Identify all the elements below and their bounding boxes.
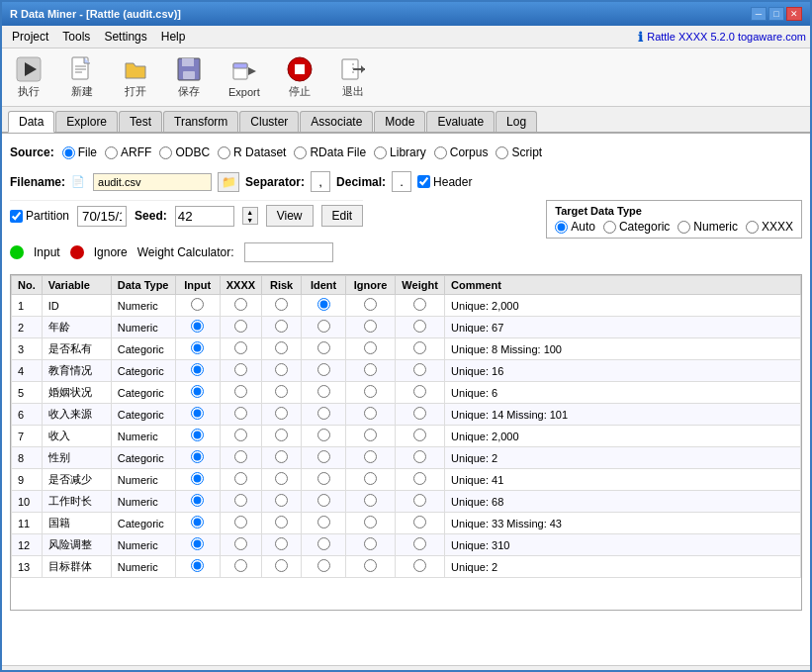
filename-input[interactable] xyxy=(93,173,212,191)
export-button[interactable]: Export xyxy=(222,54,267,101)
cell-input[interactable] xyxy=(175,491,220,513)
cell-weight[interactable] xyxy=(396,491,445,513)
radio-ignore-1[interactable] xyxy=(364,298,377,311)
header-checkbox[interactable] xyxy=(417,175,430,188)
cell-ident[interactable] xyxy=(302,404,346,426)
radio-ident-11[interactable] xyxy=(317,516,330,528)
source-library-radio[interactable] xyxy=(374,146,387,159)
radio-ident-1[interactable] xyxy=(317,298,330,311)
radio-input-1[interactable] xyxy=(191,298,204,311)
seed-up-button[interactable]: ▲ xyxy=(243,208,257,216)
cell-ident[interactable] xyxy=(302,360,346,382)
target-xxxx-radio[interactable] xyxy=(746,221,759,234)
cell-input[interactable] xyxy=(175,382,220,404)
cell-ident[interactable] xyxy=(302,382,346,404)
tab-transform[interactable]: Transform xyxy=(163,111,238,132)
source-library-option[interactable]: Library xyxy=(374,145,426,159)
radio-ignore-8[interactable] xyxy=(364,450,377,463)
radio-input-8[interactable] xyxy=(191,450,204,463)
menu-settings[interactable]: Settings xyxy=(98,28,152,46)
radio-xxxx-10[interactable] xyxy=(234,494,247,507)
source-arff-radio[interactable] xyxy=(105,146,118,159)
radio-ident-7[interactable] xyxy=(317,429,330,441)
radio-ident-8[interactable] xyxy=(317,450,330,463)
cell-input[interactable] xyxy=(175,469,220,491)
cell-ignore[interactable] xyxy=(346,360,396,382)
header-checkbox-label[interactable]: Header xyxy=(417,175,472,189)
source-file-option[interactable]: File xyxy=(62,145,97,159)
cell-ignore[interactable] xyxy=(346,317,396,338)
tab-test[interactable]: Test xyxy=(119,111,162,132)
cell-ident[interactable] xyxy=(302,338,346,360)
radio-risk-8[interactable] xyxy=(275,450,288,463)
edit-button[interactable]: Edit xyxy=(321,205,364,227)
cell-xxxx[interactable] xyxy=(220,534,261,556)
cell-ident[interactable] xyxy=(302,317,346,338)
cell-risk[interactable] xyxy=(262,317,302,338)
source-corpus-radio[interactable] xyxy=(434,146,447,159)
tab-data[interactable]: Data xyxy=(8,111,54,133)
radio-ident-9[interactable] xyxy=(317,472,330,485)
radio-risk-13[interactable] xyxy=(275,559,288,572)
radio-xxxx-13[interactable] xyxy=(234,559,247,572)
radio-risk-4[interactable] xyxy=(275,363,288,376)
decimal-input[interactable] xyxy=(392,171,411,192)
cell-risk[interactable] xyxy=(262,534,302,556)
execute-button[interactable]: 执行 xyxy=(8,52,49,102)
radio-xxxx-2[interactable] xyxy=(234,320,247,333)
open-button[interactable]: 打开 xyxy=(115,52,156,102)
radio-ignore-5[interactable] xyxy=(364,385,377,398)
cell-xxxx[interactable] xyxy=(220,360,261,382)
cell-weight[interactable] xyxy=(396,404,445,426)
cell-ignore[interactable] xyxy=(346,447,396,469)
radio-weight-12[interactable] xyxy=(413,537,426,550)
cell-ident[interactable] xyxy=(302,534,346,556)
radio-xxxx-3[interactable] xyxy=(234,341,247,354)
cell-input[interactable] xyxy=(175,426,220,447)
cell-ignore[interactable] xyxy=(346,469,396,491)
target-categoric-radio[interactable] xyxy=(603,221,616,234)
cell-input[interactable] xyxy=(175,360,220,382)
data-table-container[interactable]: No. Variable Data Type Input XXXX Risk I… xyxy=(10,274,802,611)
cell-risk[interactable] xyxy=(262,556,302,578)
cell-ignore[interactable] xyxy=(346,556,396,578)
cell-input[interactable] xyxy=(175,534,220,556)
source-file-radio[interactable] xyxy=(62,146,75,159)
source-rdatafile-option[interactable]: RData File xyxy=(294,145,366,159)
cell-weight[interactable] xyxy=(396,426,445,447)
radio-input-13[interactable] xyxy=(191,559,204,572)
cell-risk[interactable] xyxy=(262,447,302,469)
tab-log[interactable]: Log xyxy=(496,111,537,132)
cell-risk[interactable] xyxy=(262,338,302,360)
cell-input[interactable] xyxy=(175,317,220,338)
radio-xxxx-9[interactable] xyxy=(234,472,247,485)
radio-ident-6[interactable] xyxy=(317,407,330,420)
radio-xxxx-6[interactable] xyxy=(234,407,247,420)
save-button[interactable]: 保存 xyxy=(168,52,210,102)
minimize-button[interactable]: ─ xyxy=(751,7,767,21)
cell-risk[interactable] xyxy=(262,404,302,426)
radio-xxxx-1[interactable] xyxy=(234,298,247,311)
radio-weight-8[interactable] xyxy=(413,450,426,463)
radio-ignore-7[interactable] xyxy=(364,429,377,441)
cell-weight[interactable] xyxy=(396,317,445,338)
cell-ignore[interactable] xyxy=(346,426,396,447)
cell-xxxx[interactable] xyxy=(220,404,261,426)
new-button[interactable]: 新建 xyxy=(61,52,103,102)
radio-input-5[interactable] xyxy=(191,385,204,398)
cell-xxxx[interactable] xyxy=(220,426,261,447)
radio-input-12[interactable] xyxy=(191,537,204,550)
seed-input[interactable] xyxy=(175,206,234,227)
target-xxxx-option[interactable]: XXXX xyxy=(746,220,793,234)
cell-xxxx[interactable] xyxy=(220,469,261,491)
radio-input-7[interactable] xyxy=(191,429,204,441)
cell-input[interactable] xyxy=(175,338,220,360)
source-odbc-radio[interactable] xyxy=(159,146,172,159)
source-script-radio[interactable] xyxy=(496,146,508,159)
cell-ident[interactable] xyxy=(302,513,346,534)
cell-xxxx[interactable] xyxy=(220,491,261,513)
radio-input-4[interactable] xyxy=(191,363,204,376)
radio-input-10[interactable] xyxy=(191,494,204,507)
radio-weight-7[interactable] xyxy=(413,429,426,441)
cell-risk[interactable] xyxy=(262,513,302,534)
